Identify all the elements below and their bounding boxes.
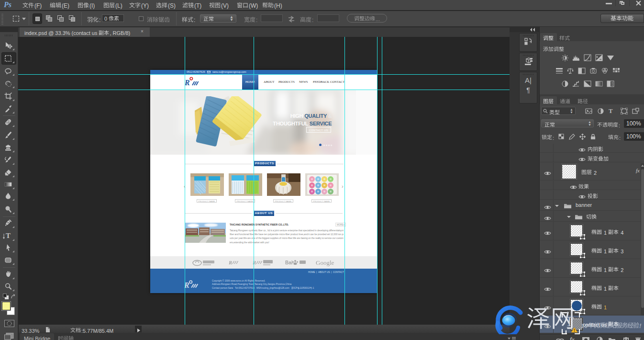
svg-text:R: R bbox=[185, 79, 190, 87]
svg-text:!: ! bbox=[639, 322, 642, 329]
svg-text:Google: Google bbox=[316, 259, 334, 266]
svg-text:10: 10 bbox=[581, 322, 588, 329]
svg-text:R: R bbox=[252, 260, 256, 265]
svg-text:R: R bbox=[228, 260, 232, 265]
svg-text:R: R bbox=[184, 281, 189, 289]
svg-text:Bai: Bai bbox=[285, 260, 293, 265]
